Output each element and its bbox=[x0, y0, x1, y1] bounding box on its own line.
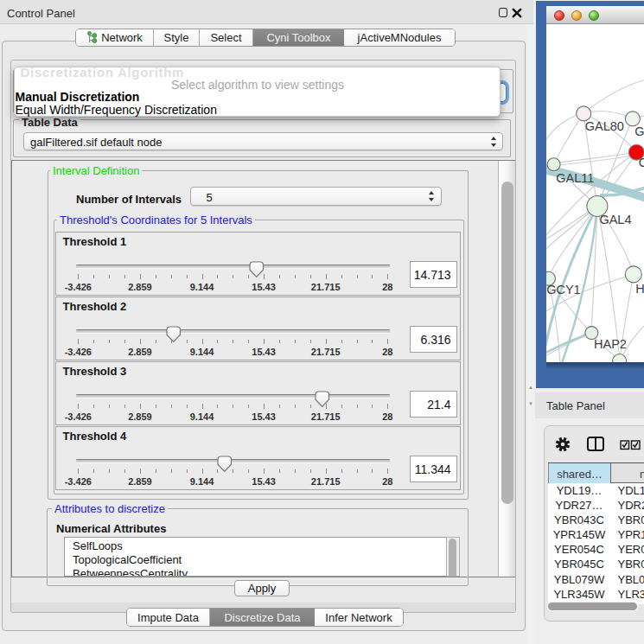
svg-text:GA: GA bbox=[634, 124, 644, 138]
svg-text:HAP2: HAP2 bbox=[594, 337, 627, 351]
svg-text:GAL11: GAL11 bbox=[556, 171, 594, 185]
svg-text:C: C bbox=[638, 156, 644, 169]
svg-text:GCY1: GCY1 bbox=[546, 283, 581, 296]
svg-text:GAL80: GAL80 bbox=[584, 119, 623, 133]
svg-text:H: H bbox=[635, 282, 644, 296]
svg-text:GAL4: GAL4 bbox=[599, 213, 631, 226]
